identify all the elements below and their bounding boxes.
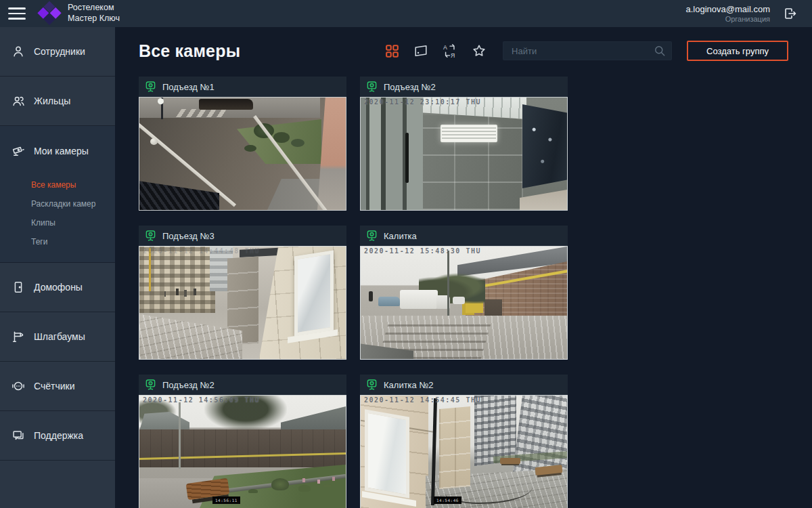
camera-card-header[interactable]: Подъезд №2 [139,375,346,395]
rostelecom-logo [37,1,62,26]
search-box [503,41,672,60]
scene-lamp [158,98,164,104]
sidebar-subitem-tags[interactable]: Теги [31,232,115,251]
sidebar-item-my-cameras[interactable]: Мои камеры [0,126,115,175]
sidebar-item-label: Счётчики [34,381,75,391]
scene-sign-pole [447,251,449,316]
scene-bench [500,458,520,464]
sidebar-item-barriers[interactable]: Шлагбаумы [0,312,115,362]
camera-feed[interactable]: 2020-11-12 14:44:48 THU [139,246,346,360]
app-window: Ростелеком Мастер Ключ a.loginova@mail.c… [0,0,812,508]
sidebar-item-label: Домофоны [34,282,83,293]
main-content: Все камеры А Я [115,27,812,508]
sidebar-item-label: Мои камеры [34,146,89,156]
sort-alphabetical-icon[interactable]: А Я [443,43,457,58]
camera-feed[interactable] [139,97,346,211]
scene-night-window [522,104,567,188]
webcam-icon [145,81,156,93]
scene-van [400,290,438,309]
sidebar-item-employees[interactable]: Сотрудники [0,27,115,77]
grid-view-icon[interactable] [384,43,399,58]
sidebar: Сотрудники Жильцы Мои камеры Все камеры … [0,27,115,508]
sidebar-group-my-cameras: Мои камеры Все камеры Раскладки камер Кл… [0,126,115,263]
camera-card: Подъезд №2 2020-11-12 14:56:0 [139,375,346,508]
camera-clock-overlay: 14:56:11 [212,496,240,504]
camera-feed[interactable]: 2020-11-12 14:54:45 THU 14:54:46 [360,395,568,508]
camera-card-header[interactable]: Подъезд №1 [139,77,346,97]
sidebar-item-label: Сотрудники [34,46,85,57]
camera-feed[interactable]: 2020-11-12 23:10:17 THU [360,97,568,211]
view-toolbar: А Я [384,43,487,58]
camera-name: Калитка [384,231,417,241]
camera-feed[interactable]: 2020-11-12 15:48:30 THU [360,246,568,360]
door-icon [11,280,26,295]
camera-card-header[interactable]: Калитка №2 [360,375,568,395]
layouts-icon[interactable] [413,43,428,58]
user-email: a.loginova@mail.com [686,4,770,14]
scene-car [378,297,400,306]
person-icon [11,44,26,59]
camera-grid: Подъезд №1 [139,77,788,508]
camera-card-header[interactable]: Калитка [360,226,568,246]
sidebar-item-support[interactable]: Поддержка [0,411,115,461]
camera-card-header[interactable]: Подъезд №3 [139,226,346,246]
scene-plants [271,478,289,490]
camera-timestamp: 2020-11-12 14:56:09 THU [143,396,343,404]
scene-roof [281,406,346,429]
topbar: Ростелеком Мастер Ключ a.loginova@mail.c… [0,0,812,27]
search-input[interactable] [503,41,672,60]
sidebar-subitem-all-cameras[interactable]: Все камеры [31,175,115,194]
scene-pedestrian [369,291,373,301]
meter-icon [11,379,26,394]
support-chat-icon [11,428,26,443]
sidebar-subitem-camera-layouts[interactable]: Раскладки камер [31,194,115,213]
favorites-star-icon[interactable] [472,43,487,58]
scene-car [453,297,465,304]
camera-clock-overlay: 14:54:46 [434,496,461,504]
webcam-icon [145,230,156,242]
camera-timestamp: 2020-11-12 15:48:30 THU [364,247,564,255]
hamburger-menu-icon[interactable] [8,7,26,20]
camera-name: Подъезд №1 [162,82,215,92]
webcam-icon [366,230,378,242]
scene-floor [520,190,567,210]
camera-timestamp: 2020-11-12 14:54:45 THU [364,396,564,404]
scene-window [294,250,334,336]
scene-bollard [150,138,158,145]
camera-timestamp: 2020-11-12 23:10:17 THU [364,98,564,106]
camera-card: Подъезд №3 2020-11-12 14:44:48 THU [139,226,346,360]
scene-pole [179,402,181,469]
logout-icon[interactable] [782,5,798,22]
camera-card: Подъезд №2 2020-11-12 23:10:17 THU [360,77,568,211]
page-title: Все камеры [139,41,240,61]
camera-card-header[interactable]: Подъезд №2 [360,77,568,97]
webcam-icon [366,81,378,93]
account-info: a.loginova@mail.com Организация [686,4,770,23]
sidebar-item-residents[interactable]: Жильцы [0,77,115,126]
webcam-icon [366,379,378,391]
scene-column [439,406,470,489]
scene-people [176,289,179,295]
sidebar-item-label: Поддержка [34,430,83,441]
sidebar-item-intercoms[interactable]: Домофоны [0,263,115,312]
create-group-button[interactable]: Создать группу [687,41,788,61]
sidebar-subnav: Все камеры Раскладки камер Клипы Теги [0,175,115,262]
svg-text:Я: Я [451,52,455,58]
scene-vent-grille [441,125,497,142]
camera-feed[interactable]: 2020-11-12 14:56:09 THU 14:56:11 [139,395,346,508]
camera-timestamp: 2020-11-12 14:44:48 THU [143,247,343,255]
scene-car [199,99,253,110]
sidebar-item-meters[interactable]: Счётчики [0,362,115,411]
brand-line2: Мастер Ключ [68,14,120,24]
scene-glass-door [361,98,423,210]
scene-flowers [302,478,305,482]
scene-building-wall [317,98,346,210]
camera-name: Калитка №2 [384,380,434,390]
scene-roof [139,412,189,431]
svg-text:А: А [443,44,447,51]
scene-grass [237,119,321,164]
main-header: Все камеры А Я [139,27,788,61]
scene-window [365,409,409,499]
scene-brick-wall [139,429,346,467]
sidebar-subitem-clips[interactable]: Клипы [31,213,115,232]
